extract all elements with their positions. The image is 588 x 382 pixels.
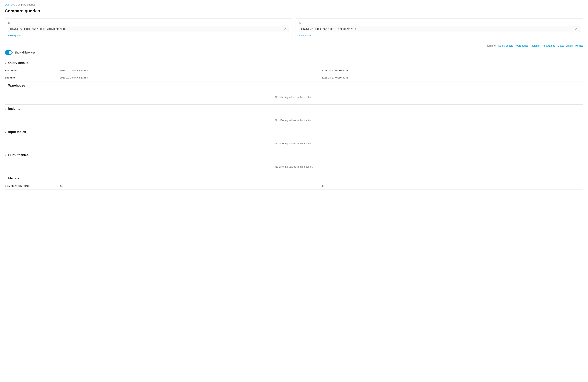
query1-id-row: 01afd3f4-0404-cba7-0013-df07039e7d46 ✕ <box>8 26 289 32</box>
input-tables-section: ⌄ Input tables No differing values in th… <box>5 128 583 151</box>
metrics-title: Metrics <box>8 177 19 180</box>
toggle-slider <box>5 50 13 55</box>
metrics-chevron-icon: ⌄ <box>5 177 7 180</box>
input-tables-chevron-icon: ⌄ <box>5 131 7 133</box>
query2-id-label: ID <box>299 22 580 24</box>
jump-to-bar: Jump to Query details Warehouse Insights… <box>5 44 583 47</box>
end-time-label: End time <box>5 76 60 79</box>
metrics-content: COMPILATION_TIME 44 49 <box>5 182 583 190</box>
input-tables-no-diff: No differing values in this section. <box>5 136 583 151</box>
query-details-header[interactable]: ⌄ Query details <box>5 59 583 67</box>
query2-id-row: 01afd3ea-0404-cba7-0013-df07039e7616 ✕ <box>299 26 580 32</box>
query1-view-link[interactable]: View query <box>8 34 21 37</box>
jump-to-warehouse[interactable]: Warehouse <box>515 44 528 47</box>
start-time-label: Start time <box>5 69 60 72</box>
jump-to-label: Jump to <box>487 44 496 47</box>
jump-to-query-details[interactable]: Query details <box>498 44 513 47</box>
metrics-header[interactable]: ⌄ Metrics <box>5 174 583 182</box>
query1-clear-button[interactable]: ✕ <box>284 27 287 30</box>
insights-chevron-icon: ⌄ <box>5 107 7 110</box>
start-time-values: 2023-10-23 04:46:10 IST 2023-10-23 04:36… <box>60 69 583 72</box>
page-title: Compare queries <box>5 8 583 14</box>
breadcrumb-parent-link[interactable]: Queries <box>5 3 14 6</box>
compilation-time-row: COMPILATION_TIME 44 49 <box>5 182 583 190</box>
query-card-2: ID 01afd3ea-0404-cba7-0013-df07039e7616 … <box>295 18 583 40</box>
jump-to-metrics[interactable]: Metrics <box>575 44 583 47</box>
jump-to-input-tables[interactable]: Input tables <box>542 44 555 47</box>
show-differences-row: Show differences <box>5 50 583 55</box>
output-tables-header[interactable]: ⌄ Output tables <box>5 151 583 159</box>
breadcrumb: Queries / Compare queries <box>5 3 583 6</box>
end-time-value2: 2023-10-23 04:36:49 IST <box>321 76 583 79</box>
output-tables-section: ⌄ Output tables No differing values in t… <box>5 151 583 174</box>
query-details-title: Query details <box>8 61 28 65</box>
warehouse-chevron-icon: ⌄ <box>5 84 7 87</box>
query2-id-value: 01afd3ea-0404-cba7-0013-df07039e7616 <box>301 27 574 30</box>
breadcrumb-separator: / <box>14 3 15 6</box>
show-differences-toggle[interactable] <box>5 50 13 55</box>
output-tables-chevron-icon: ⌄ <box>5 154 7 157</box>
end-time-values: 2023-10-23 04:46:10 IST 2023-10-23 04:36… <box>60 76 583 79</box>
query-details-section: ⌄ Query details Start time 2023-10-23 04… <box>5 59 583 81</box>
end-time-row: End time 2023-10-23 04:46:10 IST 2023-10… <box>5 74 583 81</box>
warehouse-title: Warehouse <box>8 84 25 87</box>
start-time-value2: 2023-10-23 04:36:49 IST <box>321 69 583 72</box>
query-details-chevron-icon: ⌄ <box>5 62 7 64</box>
query-cards: ID 01afd3f4-0404-cba7-0013-df07039e7d46 … <box>5 18 583 40</box>
compilation-time-value2: 49 <box>321 184 583 187</box>
warehouse-content: No differing values in this section. <box>5 90 583 104</box>
insights-header[interactable]: ⌄ Insights <box>5 104 583 113</box>
insights-section: ⌄ Insights No differing values in this s… <box>5 104 583 128</box>
compilation-time-value1: 44 <box>60 184 321 187</box>
start-time-value1: 2023-10-23 04:46:10 IST <box>60 69 321 72</box>
output-tables-no-diff: No differing values in this section. <box>5 159 583 174</box>
jump-to-output-tables[interactable]: Output tables <box>558 44 573 47</box>
bottom-border <box>5 190 583 190</box>
jump-to-insights[interactable]: Insights <box>531 44 540 47</box>
query1-id-value: 01afd3f4-0404-cba7-0013-df07039e7d46 <box>10 27 284 30</box>
insights-content: No differing values in this section. <box>5 113 583 128</box>
show-differences-label: Show differences <box>15 51 36 54</box>
query-details-content: Start time 2023-10-23 04:46:10 IST 2023-… <box>5 67 583 81</box>
start-time-row: Start time 2023-10-23 04:46:10 IST 2023-… <box>5 67 583 74</box>
query-card-1: ID 01afd3f4-0404-cba7-0013-df07039e7d46 … <box>5 18 293 40</box>
output-tables-title: Output tables <box>8 154 28 157</box>
warehouse-no-diff: No differing values in this section. <box>5 90 583 104</box>
warehouse-section: ⌄ Warehouse No differing values in this … <box>5 81 583 104</box>
query2-clear-button[interactable]: ✕ <box>574 27 578 30</box>
metrics-section: ⌄ Metrics COMPILATION_TIME 44 49 <box>5 174 583 190</box>
output-tables-content: No differing values in this section. <box>5 159 583 174</box>
input-tables-content: No differing values in this section. <box>5 136 583 151</box>
input-tables-header[interactable]: ⌄ Input tables <box>5 128 583 136</box>
breadcrumb-current: Compare queries <box>16 3 35 6</box>
compilation-time-label: COMPILATION_TIME <box>5 185 60 187</box>
query2-view-link[interactable]: View query <box>299 34 312 37</box>
insights-title: Insights <box>8 107 20 111</box>
insights-no-diff: No differing values in this section. <box>5 113 583 128</box>
warehouse-header[interactable]: ⌄ Warehouse <box>5 81 583 90</box>
end-time-value1: 2023-10-23 04:46:10 IST <box>60 76 321 79</box>
input-tables-title: Input tables <box>8 130 26 134</box>
query1-id-label: ID <box>8 22 289 24</box>
